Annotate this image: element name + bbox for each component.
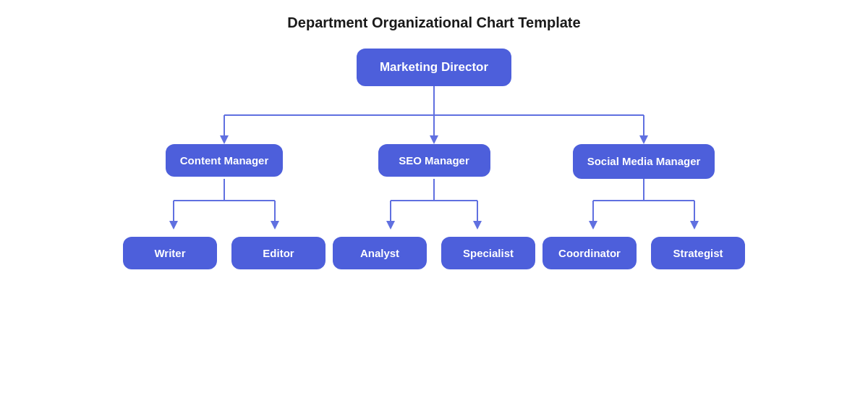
svg-marker-13 <box>271 221 279 230</box>
svg-marker-11 <box>169 221 178 230</box>
node-seo-manager: SEO Manager <box>378 144 490 177</box>
node-root: Marketing Director <box>357 49 511 86</box>
svg-marker-25 <box>690 221 699 230</box>
root-level: Marketing Director <box>0 49 868 86</box>
org-chart: Department Organizational Chart Template… <box>0 14 868 269</box>
page-title: Department Organizational Chart Template <box>287 14 580 31</box>
svg-marker-23 <box>589 221 597 230</box>
node-strategist: Strategist <box>651 237 745 269</box>
node-editor: Editor <box>231 237 326 269</box>
svg-marker-5 <box>430 135 438 144</box>
node-specialist: Specialist <box>441 237 535 269</box>
svg-marker-19 <box>473 221 482 230</box>
mid-level: Content Manager SEO Manager Social Media… <box>109 144 760 179</box>
node-coordinator: Coordinator <box>542 237 637 269</box>
node-analyst: Analyst <box>333 237 427 269</box>
node-writer: Writer <box>123 237 217 269</box>
node-content-manager: Content Manager <box>166 144 284 177</box>
svg-marker-17 <box>386 221 395 230</box>
root-to-mid-connector <box>109 86 760 144</box>
svg-marker-7 <box>639 135 648 144</box>
node-social-media-manager: Social Media Manager <box>573 144 715 179</box>
mid-to-leaf-connector <box>109 179 760 237</box>
leaf-level: Writer Editor Analyst Specialist Coordin… <box>109 237 760 269</box>
svg-marker-3 <box>220 135 229 144</box>
